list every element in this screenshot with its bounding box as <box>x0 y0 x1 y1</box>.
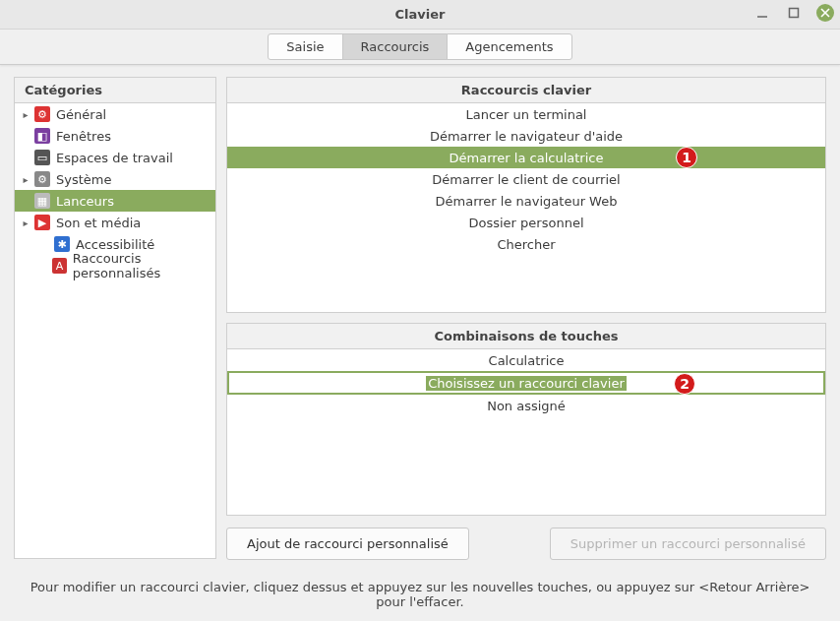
right-column: Raccourcis clavier Lancer un terminalDém… <box>226 77 826 566</box>
binding-label: Choisissez un raccourci clavier <box>426 376 627 391</box>
shortcut-row[interactable]: Démarrer la calculatrice1 <box>227 147 825 168</box>
category-item[interactable]: ◧Fenêtres <box>15 125 215 147</box>
annotation-badge: 2 <box>674 373 695 395</box>
category-label: Espaces de travail <box>56 151 173 165</box>
binding-label: Calculatrice <box>489 353 565 368</box>
expand-arrow-icon[interactable]: ▸ <box>19 174 32 185</box>
category-label: Fenêtres <box>56 129 111 144</box>
add-shortcut-button[interactable]: Ajout de raccourci personnalisé <box>226 528 469 560</box>
shortcut-row[interactable]: Chercher <box>227 233 825 255</box>
category-label: Général <box>56 107 106 122</box>
shortcut-label: Lancer un terminal <box>466 107 587 122</box>
minimize-button[interactable] <box>753 4 771 22</box>
category-icon: ✱ <box>54 236 70 252</box>
tab-bar: SaisieRaccourcisAgencements <box>0 30 840 65</box>
category-icon: ▦ <box>34 193 50 209</box>
category-icon: ◧ <box>34 128 50 144</box>
binding-row[interactable]: Calculatrice <box>227 349 825 371</box>
tab-raccourcis[interactable]: Raccourcis <box>342 33 449 60</box>
categories-header: Catégories <box>15 78 215 103</box>
tab-agencements[interactable]: Agencements <box>447 33 571 60</box>
binding-label: Non assigné <box>487 399 566 413</box>
category-icon: ⚙ <box>34 106 50 122</box>
close-button[interactable] <box>816 4 834 22</box>
shortcuts-panel: Raccourcis clavier Lancer un terminalDém… <box>226 77 826 313</box>
window-controls <box>753 4 834 22</box>
binding-row[interactable]: Choisissez un raccourci clavier2 <box>227 371 825 395</box>
shortcut-label: Chercher <box>497 237 555 252</box>
category-item[interactable]: ARaccourcis personnalisés <box>15 255 215 277</box>
svg-rect-1 <box>790 9 799 18</box>
annotation-badge: 1 <box>676 147 697 168</box>
category-item[interactable]: ▦Lanceurs <box>15 190 215 212</box>
remove-shortcut-button: Supprimer un raccourci personnalisé <box>550 528 826 560</box>
category-icon: ⚙ <box>34 171 50 187</box>
category-icon: A <box>52 258 66 274</box>
shortcut-row[interactable]: Dossier personnel <box>227 212 825 233</box>
shortcuts-header: Raccourcis clavier <box>227 78 825 103</box>
category-item[interactable]: ▭Espaces de travail <box>15 147 215 168</box>
shortcut-label: Dossier personnel <box>468 216 583 230</box>
category-label: Accessibilité <box>76 237 154 252</box>
category-icon: ▭ <box>34 150 50 165</box>
category-label: Son et média <box>56 216 141 230</box>
category-label: Lanceurs <box>56 194 114 209</box>
shortcut-label: Démarrer la calculatrice <box>450 151 604 165</box>
category-label: Système <box>56 172 111 187</box>
shortcut-label: Démarrer le navigateur d'aide <box>430 129 623 144</box>
hint-text: Pour modifier un raccourci clavier, cliq… <box>0 572 840 621</box>
titlebar: Clavier <box>0 0 840 30</box>
shortcuts-list[interactable]: Lancer un terminalDémarrer le navigateur… <box>227 103 825 312</box>
bindings-header: Combinaisons de touches <box>227 324 825 349</box>
tab-saisie[interactable]: Saisie <box>268 33 342 60</box>
content-area: Catégories ▸⚙Général◧Fenêtres▭Espaces de… <box>0 65 840 572</box>
category-item[interactable]: ▸▶Son et média <box>15 212 215 233</box>
category-item[interactable]: ▸⚙Général <box>15 103 215 125</box>
binding-row[interactable]: Non assigné <box>227 395 825 416</box>
bindings-list[interactable]: CalculatriceChoisissez un raccourci clav… <box>227 349 825 515</box>
bindings-panel: Combinaisons de touches CalculatriceChoi… <box>226 323 826 516</box>
shortcut-row[interactable]: Démarrer le navigateur d'aide <box>227 125 825 147</box>
shortcut-label: Démarrer le navigateur Web <box>436 194 618 209</box>
maximize-button[interactable] <box>785 4 803 22</box>
shortcut-row[interactable]: Lancer un terminal <box>227 103 825 125</box>
shortcut-label: Démarrer le client de courriel <box>432 172 620 187</box>
expand-arrow-icon[interactable]: ▸ <box>19 109 32 120</box>
category-item[interactable]: ▸⚙Système <box>15 168 215 190</box>
window-title: Clavier <box>395 7 446 22</box>
categories-tree[interactable]: ▸⚙Général◧Fenêtres▭Espaces de travail▸⚙S… <box>15 103 215 558</box>
expand-arrow-icon[interactable]: ▸ <box>19 217 32 228</box>
shortcut-row[interactable]: Démarrer le navigateur Web <box>227 190 825 212</box>
category-label: Raccourcis personnalisés <box>73 251 215 280</box>
button-row: Ajout de raccourci personnalisé Supprime… <box>226 528 826 560</box>
category-icon: ▶ <box>34 215 50 230</box>
shortcut-row[interactable]: Démarrer le client de courriel <box>227 168 825 190</box>
categories-panel: Catégories ▸⚙Général◧Fenêtres▭Espaces de… <box>14 77 216 559</box>
window: Clavier SaisieRaccourcisAgencements Caté… <box>0 0 840 621</box>
